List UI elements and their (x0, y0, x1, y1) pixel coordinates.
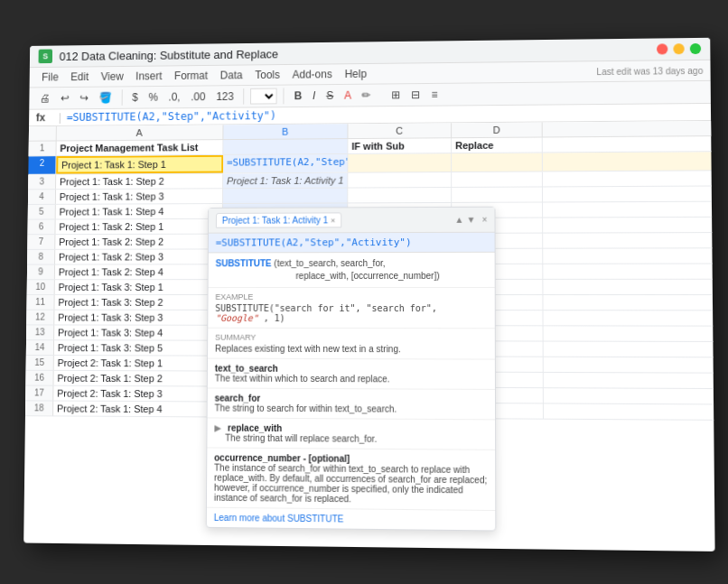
cell-c2[interactable] (348, 153, 452, 172)
col-header-a[interactable]: A (57, 125, 224, 140)
menu-format[interactable]: Format (169, 67, 213, 83)
cell-d3[interactable] (452, 171, 543, 187)
menu-view[interactable]: View (96, 68, 129, 84)
cell-a8[interactable]: Project 1: Task 2: Step 3 (55, 249, 223, 264)
formula-label: fx (36, 111, 53, 124)
cell-c1[interactable]: IF with Sub (348, 138, 452, 153)
menu-file[interactable]: File (36, 69, 63, 85)
close-button[interactable] (657, 43, 667, 54)
autocomplete-tab-close[interactable]: × (331, 215, 335, 224)
autocomplete-close-btn[interactable]: × (482, 214, 488, 224)
cell-a7[interactable]: Project 1: Task 2: Step 2 (55, 234, 222, 248)
row-num-14: 14 (26, 340, 54, 355)
font-color-button[interactable]: A (341, 87, 355, 103)
font-size-select[interactable]: 11 10 12 14 (250, 88, 277, 104)
borders-button[interactable]: ⊞ (388, 87, 405, 103)
cell-a17[interactable]: Project 2: Task 1: Step 3 (53, 385, 221, 401)
autocomplete-param-replace-with: ▶ replace_with The string that will repl… (207, 418, 495, 450)
menu-insert[interactable]: Insert (130, 68, 167, 84)
cell-a1[interactable]: Project Management Task List (56, 140, 223, 155)
row-num-1: 1 (29, 141, 57, 155)
minimize-button[interactable] (673, 43, 684, 54)
menu-data[interactable]: Data (215, 67, 248, 83)
autocomplete-popup: Project 1: Task 1: Activity 1 × ▲ ▼ × =S… (206, 206, 497, 531)
col-header-c[interactable]: C (348, 123, 452, 138)
merge-cells-button[interactable]: ⊟ (408, 86, 425, 102)
autocomplete-nav-down[interactable]: ▼ (467, 214, 476, 224)
undo-button[interactable]: ↩ (57, 89, 73, 106)
cell-a12[interactable]: Project 1: Task 3: Step 3 (54, 310, 222, 324)
redo-button[interactable]: ↪ (76, 89, 92, 106)
cell-b4[interactable] (223, 188, 348, 202)
cell-a15[interactable]: Project 2: Task 1: Step 1 (54, 356, 222, 371)
highlight-button[interactable]: ✏ (359, 87, 375, 103)
row-num-9: 9 (27, 264, 55, 279)
param-desc-3: The string that will replace search_for. (225, 432, 488, 444)
row-num-17: 17 (25, 385, 53, 400)
cell-a6[interactable]: Project 1: Task 2: Step 1 (55, 218, 222, 233)
cell-c4[interactable] (348, 187, 452, 201)
app-icon: S (39, 49, 53, 63)
param-desc-2: The string to search for within text_to_… (215, 403, 488, 414)
row-num-3: 3 (28, 174, 56, 189)
autocomplete-param-text-to-search: text_to_search The text within which to … (208, 358, 495, 389)
cell-b3[interactable]: Project 1: Task 1: Activity 1 (223, 172, 348, 188)
autocomplete-tab[interactable]: Project 1: Task 1: Activity 1 × (216, 212, 341, 227)
cell-a3[interactable]: Project 1: Task 1: Step 2 (56, 173, 223, 189)
cell-a5[interactable]: Project 1: Task 1: Step 4 (56, 204, 223, 218)
cell-a4[interactable]: Project 1: Task 1: Step 3 (56, 189, 223, 204)
cell-a13[interactable]: Project 1: Task 3: Step 4 (54, 325, 222, 339)
maximize-button[interactable] (690, 42, 701, 53)
cell-a16[interactable]: Project 2: Task 1: Step 2 (53, 370, 221, 385)
cell-a2[interactable]: Project 1: Task 1: Step 1 (56, 154, 223, 173)
menu-addons[interactable]: Add-ons (287, 66, 338, 82)
row-num-11: 11 (26, 294, 54, 309)
menu-help[interactable]: Help (340, 65, 372, 81)
bold-button[interactable]: B (291, 88, 306, 104)
learn-more-link[interactable]: Learn more about SUBSTITUTE (207, 507, 496, 530)
row-num-2: 2 (28, 156, 56, 174)
menu-tools[interactable]: Tools (249, 66, 285, 82)
autocomplete-tab-label: Project 1: Task 1: Activity 1 (222, 215, 328, 225)
cell-d2[interactable] (452, 153, 543, 171)
window-controls (657, 42, 701, 54)
autocomplete-summary: Summary Replaces existing text with new … (208, 328, 495, 359)
cell-a14[interactable]: Project 1: Task 3: Step 5 (54, 340, 222, 355)
align-button[interactable]: ≡ (428, 86, 442, 102)
col-header-d[interactable]: D (452, 122, 543, 137)
percent-button[interactable]: % (145, 88, 162, 105)
param-name-1: text_to_search (215, 363, 488, 374)
row-num-7: 7 (27, 235, 55, 249)
cell-a18[interactable]: Project 2: Task 1: Step 4 (53, 401, 221, 416)
number-format-button[interactable]: 123 (212, 88, 238, 105)
cell-d1[interactable]: Replace (452, 137, 543, 153)
cell-a11[interactable]: Project 1: Task 3: Step 2 (54, 294, 222, 309)
cell-b2[interactable]: =SUBSTITUTE(A2,"Step","Activity") (223, 153, 348, 172)
cell-b1[interactable] (223, 139, 348, 154)
cell-c3[interactable] (348, 172, 452, 188)
decimal-decrease-button[interactable]: .0, (165, 88, 184, 105)
param-arrow: ▶ (214, 422, 221, 432)
cell-d4[interactable] (452, 187, 543, 201)
col-header-b[interactable]: B (223, 124, 348, 139)
toolbar-divider-3 (284, 88, 285, 104)
cell-a9[interactable]: Project 1: Task 2: Step 4 (55, 264, 223, 279)
strikethrough-button[interactable]: S (322, 87, 337, 103)
autocomplete-example-title: Example (215, 292, 487, 301)
autocomplete-example-code1: SUBSTITUTE("search for it", "search for"… (215, 302, 437, 312)
row-num-13: 13 (26, 325, 54, 339)
row-number-header (29, 125, 57, 140)
print-button[interactable]: 🖨 (36, 90, 53, 107)
toolbar-divider-2 (244, 88, 245, 104)
paint-format-button[interactable]: 🪣 (96, 89, 116, 106)
row-num-12: 12 (26, 310, 54, 324)
italic-button[interactable]: I (309, 88, 319, 104)
autocomplete-nav-up[interactable]: ▲ (455, 214, 464, 224)
autocomplete-syntax: SUBSTITUTE (text_to_search, search_for, … (209, 252, 495, 287)
menu-edit[interactable]: Edit (65, 69, 94, 85)
formula-separator: | (59, 111, 61, 124)
autocomplete-func-name: SUBSTITUTE (216, 258, 272, 268)
cell-a10[interactable]: Project 1: Task 3: Step 1 (55, 280, 223, 294)
decimal-increase-button[interactable]: .00 (187, 88, 209, 105)
currency-button[interactable]: $ (128, 89, 141, 106)
